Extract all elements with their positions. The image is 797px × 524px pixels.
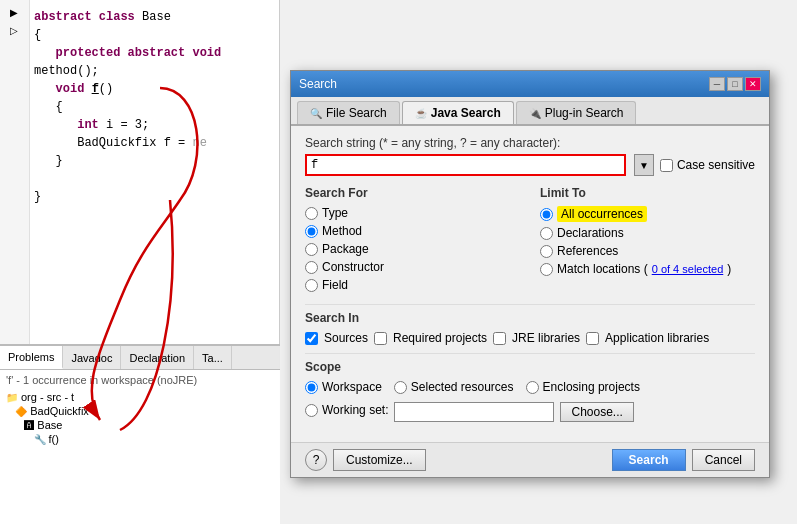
cb-applibs-label: Application libraries: [605, 331, 709, 345]
radio-all-input[interactable]: [540, 208, 553, 221]
tab-java-search[interactable]: ☕ Java Search: [402, 101, 514, 124]
tree-label-base: Base: [37, 419, 62, 431]
plugin-search-icon: 🔌: [529, 108, 541, 119]
choose-button[interactable]: Choose...: [560, 402, 633, 422]
radio-match-input[interactable]: [540, 263, 553, 276]
titlebar-buttons: ─ □ ✕: [709, 77, 761, 91]
radio-declarations-input[interactable]: [540, 227, 553, 240]
radio-workingset-input[interactable]: [305, 404, 318, 417]
search-in-row: Sources Required projects JRE libraries …: [305, 331, 755, 345]
radio-method-input[interactable]: [305, 225, 318, 238]
cb-sources-label: Sources: [324, 331, 368, 345]
radio-field: Field: [305, 278, 520, 292]
tab-declaration-label: Declaration: [129, 352, 185, 364]
code-line-10: }: [34, 188, 276, 206]
java-search-icon: ☕: [415, 108, 427, 119]
dialog-tabs: 🔍 File Search ☕ Java Search 🔌 Plug-in Se…: [291, 97, 769, 126]
radio-field-input[interactable]: [305, 279, 318, 292]
code-line-6: int i = 3;: [34, 116, 276, 134]
radio-match-paren: ): [727, 262, 731, 276]
code-line-5: {: [34, 98, 276, 116]
tree-icon-base: 🅰: [24, 420, 34, 431]
tree-icon-f: 🔧: [34, 434, 46, 445]
radio-workspace: Workspace: [305, 380, 382, 394]
code-line-1: abstract class Base: [34, 8, 276, 26]
panel-tabs: Problems Javadoc Declaration Ta...: [0, 346, 280, 370]
cb-jre[interactable]: [493, 332, 506, 345]
cb-required[interactable]: [374, 332, 387, 345]
tree-item-2[interactable]: 🅰 Base: [6, 418, 274, 432]
radio-all: All occurrences: [540, 206, 755, 222]
radio-package: Package: [305, 242, 520, 256]
tree-item-0[interactable]: 📁 org - src - t: [6, 390, 274, 404]
scope-row2: Working set: Choose...: [305, 402, 755, 422]
radio-constructor-input[interactable]: [305, 261, 318, 274]
cancel-button[interactable]: Cancel: [692, 449, 755, 471]
tree-item-1[interactable]: 🔶 BadQuickfix: [6, 404, 274, 418]
tab-problems[interactable]: Problems: [0, 346, 63, 369]
tree-icon-org: 📁: [6, 392, 18, 403]
cb-applibs[interactable]: [586, 332, 599, 345]
code-line-9: [34, 170, 276, 188]
case-sensitive-check: Case sensitive: [660, 158, 755, 172]
tab-problems-label: Problems: [8, 351, 54, 363]
dialog-titlebar: Search ─ □ ✕: [291, 71, 769, 97]
tree-label-org: org - src - t: [21, 391, 74, 403]
tree-item-3[interactable]: 🔧 f(): [6, 432, 274, 446]
radio-package-input[interactable]: [305, 243, 318, 256]
file-search-icon: 🔍: [310, 108, 322, 119]
radio-references-input[interactable]: [540, 245, 553, 258]
search-for-label: Search For: [305, 186, 520, 200]
radio-workspace-input[interactable]: [305, 381, 318, 394]
radio-workingset: Working set:: [305, 403, 388, 417]
customize-button[interactable]: Customize...: [333, 449, 426, 471]
case-sensitive-checkbox[interactable]: [660, 159, 673, 172]
radio-references: References: [540, 244, 755, 258]
tab-declaration[interactable]: Declaration: [121, 346, 194, 369]
panel-title: 'f' - 1 occurrence in workspace (noJRE): [6, 374, 274, 386]
radio-selected-input[interactable]: [394, 381, 407, 394]
help-button[interactable]: ?: [305, 449, 327, 471]
tree-label-f: f(): [49, 433, 59, 445]
dialog-body: Search string (* = any string, ? = any c…: [291, 126, 769, 442]
tab-other-label: Ta...: [202, 352, 223, 364]
tab-javadoc[interactable]: Javadoc: [63, 346, 121, 369]
radio-match-label: Match locations (: [557, 262, 648, 276]
limit-to-section: Limit To All occurrences Declarations Re…: [530, 186, 755, 296]
search-button[interactable]: Search: [612, 449, 686, 471]
radio-enclosing-input[interactable]: [526, 381, 539, 394]
radio-match: Match locations (0 of 4 selected): [540, 262, 755, 276]
close-button[interactable]: ✕: [745, 77, 761, 91]
maximize-button[interactable]: □: [727, 77, 743, 91]
minimize-button[interactable]: ─: [709, 77, 725, 91]
editor-content: abstract class Base { protected abstract…: [30, 0, 280, 214]
radio-declarations-label: Declarations: [557, 226, 624, 240]
search-string-row: ▼ Case sensitive: [305, 154, 755, 176]
gutter-icon-1: ▶: [6, 4, 22, 20]
radio-type-label: Type: [322, 206, 348, 220]
working-set-input[interactable]: [394, 402, 554, 422]
radio-package-label: Package: [322, 242, 369, 256]
two-col-section: Search For Type Method Package Construct…: [305, 186, 755, 296]
limit-to-label: Limit To: [540, 186, 755, 200]
search-for-section: Search For Type Method Package Construct…: [305, 186, 530, 296]
search-dropdown-arrow[interactable]: ▼: [634, 154, 654, 176]
tab-javadoc-label: Javadoc: [71, 352, 112, 364]
tab-plugin-search[interactable]: 🔌 Plug-in Search: [516, 101, 637, 124]
case-sensitive-label: Case sensitive: [677, 158, 755, 172]
tab-java-search-label: Java Search: [431, 106, 501, 120]
cb-jre-label: JRE libraries: [512, 331, 580, 345]
cb-sources[interactable]: [305, 332, 318, 345]
tab-other[interactable]: Ta...: [194, 346, 232, 369]
radio-type-input[interactable]: [305, 207, 318, 220]
radio-method-label: Method: [322, 224, 362, 238]
scope-row1: Workspace Selected resources Enclosing p…: [305, 380, 755, 398]
divider-2: [305, 353, 755, 354]
radio-declarations: Declarations: [540, 226, 755, 240]
tree-label-badquickfix: BadQuickfix: [30, 405, 89, 417]
search-in-label: Search In: [305, 311, 755, 325]
code-line-2: {: [34, 26, 276, 44]
search-input[interactable]: [305, 154, 626, 176]
match-locations-link[interactable]: 0 of 4 selected: [652, 263, 724, 275]
tab-file-search[interactable]: 🔍 File Search: [297, 101, 400, 124]
